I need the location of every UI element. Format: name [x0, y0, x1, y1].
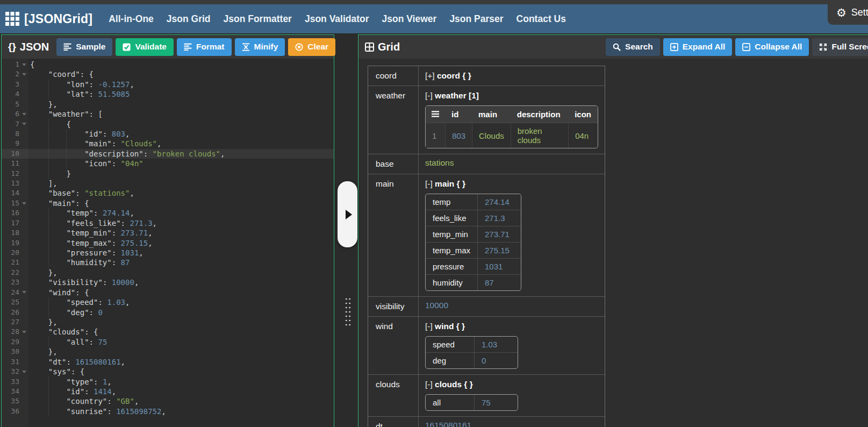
fold-toggle[interactable] [19, 69, 28, 79]
editor-sample-button[interactable]: Sample [56, 38, 112, 56]
node-toggle-wind[interactable]: [-] wind { } [425, 321, 598, 332]
divider-drag-handle[interactable] [345, 297, 351, 328]
token-key: "sys" [48, 367, 71, 376]
fold-toggle[interactable] [19, 119, 28, 129]
editor-validate-button[interactable]: Validate [116, 38, 174, 56]
token-plain: : [112, 258, 121, 267]
json-code-editor[interactable]: 1{2 "coord": {3 "lon": -0.1257,4 "lat": … [2, 59, 334, 427]
nav-link-json-grid[interactable]: Json Grid [167, 13, 211, 25]
editor-line-code: "speed": 1.03, [28, 297, 130, 307]
nav-link-json-parser[interactable]: Json Parser [449, 13, 503, 25]
token-key: "humidity" [66, 258, 111, 267]
gutter-spacer [19, 248, 28, 258]
indent-guide [48, 169, 49, 179]
token-plain: { [30, 120, 71, 129]
grid-search-button[interactable]: Search [606, 38, 660, 56]
editor-line: 25 "speed": 1.03, [2, 297, 334, 307]
fold-toggle[interactable] [19, 327, 28, 337]
grid-toolbar: SearchExpand AllCollapse AllFull Screen [606, 38, 868, 56]
fold-toggle[interactable] [19, 198, 28, 208]
editor-line: 7 { [2, 119, 334, 129]
indent-guide [48, 119, 49, 129]
indent-guide [48, 80, 49, 89]
line-number: 20 [2, 248, 19, 258]
indent-guide [66, 129, 67, 139]
editor-line: 29 "all": 75 [2, 337, 334, 347]
node-label: wind [435, 322, 454, 331]
token-plain [30, 150, 84, 158]
editor-line: 28 "clouds": { [2, 327, 334, 337]
editor-format-button[interactable]: Format [177, 38, 232, 56]
array-handle-header [426, 106, 445, 123]
line-number: 4 [2, 89, 19, 99]
editor-minify-button[interactable]: Minify [235, 38, 285, 56]
token-plain: , [134, 278, 139, 287]
grid-collapse-all-button[interactable]: Collapse All [735, 38, 809, 56]
settings-button[interactable]: ⚙ Settings [828, 0, 868, 25]
editor-line-code: "sys": { [28, 367, 84, 376]
nav-link-json-viewer[interactable]: Json Viewer [382, 13, 437, 25]
token-number: 1615098752 [116, 407, 161, 416]
fold-toggle[interactable] [19, 288, 28, 297]
expand-all-icon [670, 43, 678, 51]
array-column-header: icon [568, 106, 598, 123]
array-column-header: main [472, 106, 511, 123]
collapse-all-icon [742, 43, 750, 51]
settings-label: Settings [851, 7, 868, 18]
nested-row: temp274.14 [426, 194, 521, 210]
editor-line-code: "base": "stations", [28, 188, 134, 198]
editor-line-code: }, [28, 317, 58, 327]
token-plain: , [139, 248, 143, 257]
editor-clear-button[interactable]: Clear [288, 38, 335, 56]
nav-link-all-in-one[interactable]: All-in-One [109, 13, 154, 25]
fold-toggle[interactable] [19, 109, 28, 119]
hamburger-icon[interactable] [432, 110, 439, 119]
grid-expand-all-button[interactable]: Expand All [663, 38, 733, 56]
nav-link-json-validator[interactable]: Json Validator [305, 13, 369, 25]
token-plain [30, 358, 48, 366]
editor-line-code: "humidity": 87 [28, 258, 130, 267]
brand[interactable]: [JSONGrid] [5, 12, 92, 26]
line-number: 24 [2, 288, 19, 297]
fold-toggle[interactable] [19, 60, 28, 69]
node-suffix: [1] [467, 91, 479, 100]
fold-arrow-icon [22, 202, 26, 205]
line-number: 30 [2, 347, 19, 357]
token-key: "id" [84, 130, 103, 138]
grid-panel-title: Grid [378, 41, 400, 53]
grid-row-wind: wind[-] wind { }speed1.03deg0 [368, 317, 605, 375]
node-toggle-weather[interactable]: [-] weather [1] [425, 90, 598, 102]
fold-toggle[interactable] [19, 367, 28, 376]
node-toggle-coord[interactable]: [+] coord { } [425, 70, 598, 82]
token-plain: { [30, 60, 34, 69]
indent-guide [48, 377, 49, 387]
token-key: "main" [84, 139, 112, 148]
nested-key-cell: temp [426, 194, 478, 210]
token-plain: : [66, 358, 75, 366]
editor-line: 24 "wind": { [2, 288, 334, 297]
brand-grid-icon [5, 12, 19, 26]
gutter-spacer [19, 308, 28, 317]
node-label: clouds [435, 380, 462, 389]
line-number: 11 [2, 159, 19, 168]
gutter-spacer [19, 387, 28, 396]
indent-guide [48, 337, 49, 347]
nav-link-contact-us[interactable]: Contact Us [517, 13, 566, 25]
nav-link-json-formatter[interactable]: Json Formatter [224, 13, 292, 25]
token-plain: : [89, 308, 98, 317]
node-toggle-main[interactable]: [-] main { } [425, 178, 598, 190]
scalar-number-value: 10000 [425, 301, 448, 310]
token-key: "temp" [66, 209, 94, 217]
token-plain: : [84, 387, 94, 396]
collapse-editor-button[interactable] [338, 181, 357, 247]
gutter-spacer [19, 129, 28, 139]
token-number: 273.71 [121, 229, 148, 237]
grid-row-clouds: clouds[-] clouds { }all75 [368, 375, 605, 417]
editor-line: 1{ [2, 60, 334, 69]
token-key: "type" [66, 378, 94, 386]
token-key: "deg" [66, 308, 89, 317]
line-number: 16 [2, 208, 19, 218]
token-plain: : { [80, 70, 94, 79]
grid-full-screen-button[interactable]: Full Screen [812, 38, 868, 56]
node-toggle-clouds[interactable]: [-] clouds { } [425, 379, 598, 390]
